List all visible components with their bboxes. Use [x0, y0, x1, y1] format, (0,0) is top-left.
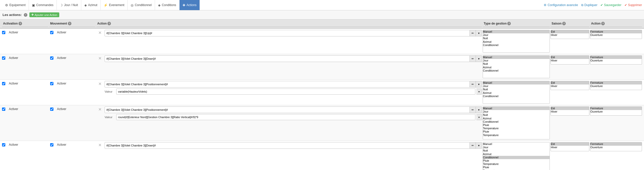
action-type-cell: FermetureOuverture — [590, 142, 642, 151]
action-picker-btn[interactable]: ▾ — [476, 81, 482, 88]
mouvement-checkbox[interactable] — [50, 31, 53, 34]
conditions-icon: ◈ — [158, 3, 161, 7]
remove-btn[interactable]: ✕ — [98, 30, 102, 35]
action-label: Action — [97, 22, 107, 25]
mouvement-checkbox[interactable] — [50, 143, 53, 146]
action-input-wrap: ✏ ▾ — [105, 142, 482, 149]
activation-checkbox[interactable] — [2, 82, 5, 85]
valeur-input[interactable] — [116, 89, 475, 95]
nav-conditionnel[interactable]: ◎ Conditionnel — [128, 0, 155, 10]
saison-select[interactable]: EtéHiver — [551, 81, 589, 90]
remove-btn[interactable]: ✕ — [98, 107, 102, 112]
nav-evenement[interactable]: ⚡ Evenement — [101, 0, 128, 10]
saison-select[interactable]: EtéHiver — [551, 107, 589, 116]
saison-select[interactable]: EtéHiver — [551, 142, 589, 151]
action-type-cell: FermetureOuverture — [590, 30, 642, 39]
valeur-input[interactable] — [116, 114, 475, 120]
action-type-cell: FermetureOuverture — [590, 81, 642, 90]
nav-jour-nuit[interactable]: ☽ Jour / Nuit — [57, 0, 81, 10]
type-select[interactable]: ManuelJourNuitAzimutConditionnel — [483, 81, 550, 104]
mouvement-checkbox[interactable] — [50, 108, 53, 111]
type-select[interactable]: ManuelJourNuitAzimutConditionnel — [483, 30, 550, 53]
activation-checkbox[interactable] — [2, 143, 5, 146]
mouvement-info-icon: ? — [68, 22, 71, 25]
activation-label-wrap: Activer — [9, 55, 49, 60]
remove-btn[interactable]: ✕ — [98, 81, 102, 86]
mouvement-checkbox[interactable] — [50, 56, 53, 60]
activation-checkbox[interactable] — [2, 108, 5, 111]
type-select[interactable]: ManuelJourNuitAzimutConditionnel — [483, 55, 550, 78]
nav-conditions-label: Conditions — [162, 3, 176, 7]
action-picker-btn[interactable]: ▾ — [476, 55, 482, 62]
nav-conditions[interactable]: ◈ Conditions — [155, 0, 180, 10]
action-input[interactable] — [105, 142, 470, 149]
type-select[interactable]: ManuelJourNuitAzimutConditionnelPluieTem… — [483, 142, 550, 170]
action-input[interactable] — [105, 107, 470, 113]
saison-select[interactable]: EtéHiver — [551, 30, 589, 39]
action-type-select[interactable]: FermetureOuverture — [590, 107, 642, 116]
type-select[interactable]: ManuelJourNuitAzimutConditionnelPluieTem… — [483, 107, 550, 139]
remove-btn[interactable]: ✕ — [98, 143, 102, 147]
nav-commandes[interactable]: ▣ Commandes — [29, 0, 57, 10]
action-edit-btn[interactable]: ✏ — [470, 55, 476, 62]
activation-checkbox[interactable] — [2, 31, 5, 34]
action-type-select[interactable]: FermetureOuverture — [590, 55, 642, 65]
mouvement-text: Activer — [57, 143, 66, 146]
activation-text: Activer — [9, 107, 18, 111]
action-edit-btn[interactable]: ✏ — [470, 142, 476, 149]
saison-cell: EtéHiver — [551, 81, 589, 90]
type-gestion-info-icon: ? — [507, 22, 511, 25]
mouvement-label-wrap: Activer — [57, 55, 97, 60]
mouvement-checkbox-wrap — [50, 30, 56, 34]
mouvement-checkbox[interactable] — [50, 82, 53, 85]
mouvement-checkbox-wrap — [50, 81, 56, 85]
type-gestion-cell: ManuelJourNuitAzimutConditionnel — [483, 30, 550, 53]
commandes-icon: ▣ — [32, 3, 35, 7]
saison-info-icon: ? — [562, 22, 566, 25]
config-icon: ⚙ — [544, 3, 547, 7]
nav-azimut[interactable]: ◈ Azimut — [81, 0, 101, 10]
valeur-picker-btn[interactable]: ▾ — [476, 89, 482, 95]
dupliquer-btn[interactable]: ⧉ Dupliquer — [581, 3, 597, 7]
supprimer-btn[interactable]: ✔ Supprimer — [625, 3, 642, 7]
action-picker-btn[interactable]: ▾ — [476, 107, 482, 113]
activation-checkbox[interactable] — [2, 56, 5, 60]
action-type-select[interactable]: FermetureOuverture — [590, 81, 642, 90]
action-input[interactable] — [105, 30, 470, 36]
saison-cell: EtéHiver — [551, 30, 589, 39]
activation-checkbox-wrap — [2, 55, 8, 60]
mouvement-checkbox-wrap — [50, 107, 56, 111]
config-avancee-btn[interactable]: ⚙ Configuration avancée — [544, 3, 578, 7]
valeur-row: Valeur ▾ — [105, 89, 482, 95]
row-2: Activer Activer ✕ ✏ ▾ — [0, 54, 644, 80]
action-type-select[interactable]: FermetureOuverture — [590, 142, 642, 151]
action-cell: ✏ ▾ — [105, 55, 482, 62]
title-info-icon: ? — [24, 13, 27, 17]
nav-actions[interactable]: ✚ Actions — [180, 0, 200, 10]
action-picker-btn[interactable]: ▾ — [476, 142, 482, 149]
action-picker-btn[interactable]: ▾ — [476, 30, 482, 36]
nav-commandes-label: Commandes — [36, 3, 53, 7]
actions-icon: ✚ — [183, 3, 185, 7]
mouvement-label-wrap: Activer — [57, 142, 97, 146]
valeur-label: Valeur — [105, 90, 115, 93]
header-action: Action ? — [96, 20, 482, 27]
saison-select[interactable]: EtéHiver — [551, 55, 589, 65]
remove-btn-wrap: ✕ — [98, 55, 104, 61]
remove-btn[interactable]: ✕ — [98, 56, 102, 61]
activation-label-wrap: Activer — [9, 142, 49, 146]
action-input[interactable] — [105, 55, 470, 62]
action-edit-btn[interactable]: ✏ — [470, 107, 476, 113]
evenement-icon: ⚡ — [104, 3, 108, 7]
nav-jour-nuit-label: Jour / Nuit — [64, 3, 78, 7]
action-cell: ✏ ▾ Valeur ▾ — [105, 107, 482, 120]
action-edit-btn[interactable]: ✏ — [470, 81, 476, 88]
action-edit-btn[interactable]: ✏ — [470, 30, 476, 36]
sauvegarder-btn[interactable]: ✔ Sauvegarder — [600, 3, 621, 7]
mouvement-checkbox-wrap — [50, 142, 56, 146]
action-input[interactable] — [105, 81, 470, 88]
action-type-select[interactable]: FermetureOuverture — [590, 30, 642, 39]
nav-equipement[interactable]: ⚙ Equipement — [2, 0, 29, 10]
add-action-button[interactable]: ✚ Ajouter une Action — [29, 12, 59, 17]
valeur-picker-btn[interactable]: ▾ — [476, 114, 482, 120]
